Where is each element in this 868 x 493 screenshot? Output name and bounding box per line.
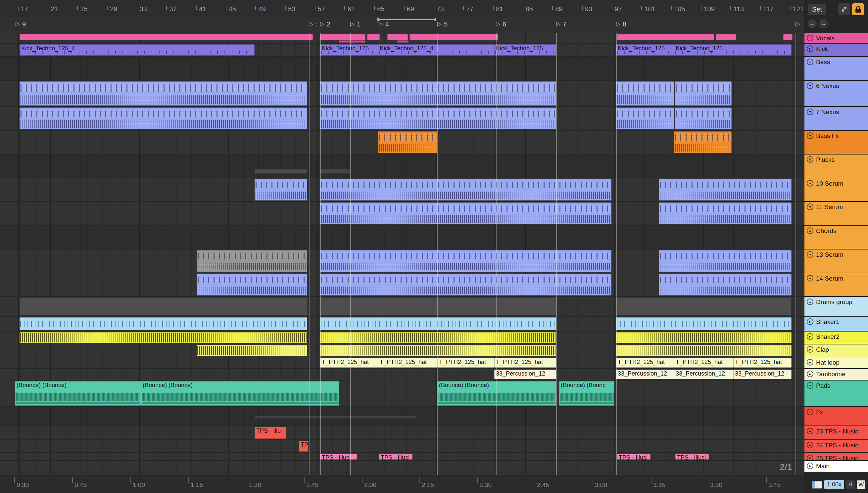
track-play-icon[interactable]: ▸ (807, 346, 813, 353)
bar-number[interactable]: 113 (733, 5, 744, 13)
track-play-icon[interactable]: ▸ (807, 370, 813, 377)
track-group-icon[interactable]: ≡ (807, 59, 813, 65)
clip[interactable] (320, 34, 365, 40)
clip[interactable] (716, 34, 736, 40)
clip[interactable]: TPS - Illusi (675, 454, 709, 459)
track-lane-14-serum[interactable] (0, 273, 804, 297)
loop-region[interactable] (378, 19, 436, 23)
clip[interactable]: T_PTH2_125_hat (616, 358, 674, 368)
width-button[interactable]: W (857, 480, 865, 489)
locator-marker[interactable]: ▷7 (556, 21, 566, 28)
track-lane-23-tps-illusio[interactable]: TPS - Illu (0, 426, 804, 440)
clip[interactable] (255, 415, 417, 418)
track-header-vocals[interactable]: ≡Vocals (804, 33, 868, 44)
clip[interactable] (387, 34, 408, 40)
bar-number[interactable]: 117 (763, 5, 774, 13)
bar-number[interactable]: 93 (585, 5, 592, 13)
clip[interactable] (20, 34, 313, 40)
track-header-pads[interactable]: ▾Pads (804, 381, 868, 407)
clip[interactable] (339, 40, 365, 43)
locator-marker[interactable]: ▷6 (496, 21, 506, 28)
clip[interactable] (409, 34, 437, 40)
clip[interactable] (197, 250, 307, 272)
track-lane-chords[interactable] (0, 226, 804, 250)
clip[interactable]: TPS - Illu (255, 427, 286, 439)
track-lane-10-serum[interactable] (0, 178, 804, 202)
track-fold-icon[interactable]: ▾ (807, 203, 813, 210)
clip[interactable] (320, 332, 556, 343)
clip[interactable]: (Bounce) (Bounce) (437, 381, 556, 406)
track-lane-fx[interactable] (0, 407, 804, 426)
clip[interactable]: (Bounce) (Bounce) (141, 381, 339, 406)
track-play-icon[interactable]: ▸ (807, 455, 813, 461)
track-lane-vocals[interactable] (0, 33, 804, 44)
locator-row[interactable]: ▷9▷:▷2▷1▷4▷5▷6▷7▷8▷: (0, 17, 804, 33)
clip[interactable]: TPS - Illusi (379, 454, 412, 459)
track-lane-bass-fx[interactable] (0, 131, 804, 154)
clip[interactable] (616, 345, 791, 356)
clip[interactable] (659, 274, 791, 296)
clip[interactable]: TPS - Illusi (320, 454, 357, 459)
clip[interactable]: Kick_Techno_125_4 (378, 44, 494, 56)
bar-number[interactable]: 57 (318, 5, 325, 13)
clip[interactable] (783, 34, 792, 40)
track-header-23-tps-illusio[interactable]: ▸23 TPS - Illusio (804, 426, 868, 440)
clip[interactable] (397, 40, 408, 43)
track-group-icon[interactable]: ≡ (807, 156, 813, 163)
time-label[interactable]: 1:15 (191, 481, 203, 489)
track-header-7-nexus[interactable]: ▾7 Nexus (804, 107, 868, 131)
forward-button[interactable]: → (819, 19, 828, 28)
track-header-drums-group[interactable]: ≡Drums group (804, 297, 868, 317)
time-label[interactable]: 3:15 (653, 481, 665, 489)
clip[interactable] (617, 34, 714, 40)
clip[interactable] (320, 250, 611, 272)
track-fold-icon[interactable]: ▾ (807, 82, 813, 89)
bar-number[interactable]: 53 (288, 5, 295, 13)
track-header-11-serum[interactable]: ▾11 Serum (804, 202, 868, 226)
bar-number[interactable]: 101 (644, 5, 655, 13)
clip[interactable]: T_PTH2_125_hat (494, 358, 556, 368)
track-lane-25-tps-illusio[interactable]: TPS - IllusiTPS - IllusiTPS - IllusiTPS … (0, 453, 804, 461)
bar-number[interactable]: 29 (110, 5, 117, 13)
track-header-fx[interactable]: ≡Fx (804, 407, 868, 426)
height-button[interactable]: H (846, 480, 855, 489)
bar-number[interactable]: 61 (347, 5, 355, 13)
track-lane-shaker2[interactable] (0, 331, 804, 344)
track-header-bass-fx[interactable]: ▾Bass Fx (804, 131, 868, 154)
time-label[interactable]: 2:00 (364, 481, 376, 489)
clip[interactable] (20, 317, 307, 330)
expand-icon[interactable] (838, 3, 850, 15)
clip[interactable] (320, 274, 611, 296)
bar-number[interactable]: 81 (496, 5, 503, 13)
clip[interactable]: Kick_Techno_125 (494, 44, 556, 56)
lock-button[interactable] (852, 3, 864, 15)
locator-marker[interactable]: ▷8 (616, 21, 626, 28)
clip[interactable] (674, 131, 732, 153)
track-header-clap[interactable]: ▸Clap (804, 344, 868, 357)
clip[interactable] (320, 169, 350, 174)
clip[interactable]: Kick_Techno_125 (674, 44, 791, 56)
track-header-chords[interactable]: ≡Chords (804, 226, 868, 250)
track-header-kick[interactable]: ▸Kick (804, 44, 868, 57)
track-group-icon[interactable]: ≡ (807, 227, 813, 234)
track-header-shaker1[interactable]: ▸Shaker1 (804, 317, 868, 331)
locator-marker[interactable]: ▷: (309, 21, 317, 28)
track-header-bass[interactable]: ≡Bass (804, 57, 868, 81)
bar-number[interactable]: 49 (258, 5, 266, 13)
track-lane-main[interactable] (0, 461, 804, 472)
bar-number[interactable]: 25 (80, 5, 87, 13)
track-lane-11-serum[interactable] (0, 202, 804, 226)
locator-marker[interactable]: ▷9 (16, 21, 26, 28)
locator-marker[interactable]: ▷1 (350, 21, 360, 28)
track-lane-kick[interactable]: Kick_Techno_125_4Kick_Techno_125Kick_Tec… (0, 44, 804, 57)
clip[interactable] (320, 317, 556, 330)
track-fold-icon[interactable]: ▾ (807, 180, 813, 187)
track-fold-icon[interactable]: ▾ (807, 109, 813, 115)
track-header-6-nexus[interactable]: ▾6 Nexus (804, 81, 868, 107)
time-ruler[interactable]: 0:300:451:001:151:301:452:002:152:302:45… (0, 475, 804, 493)
track-play-icon[interactable]: ▸ (807, 318, 813, 325)
time-label[interactable]: 2:30 (479, 481, 492, 489)
clip[interactable]: (Bounce) (Bounce) (15, 381, 141, 406)
time-label[interactable]: 1:00 (133, 481, 145, 489)
clip[interactable] (255, 179, 307, 200)
